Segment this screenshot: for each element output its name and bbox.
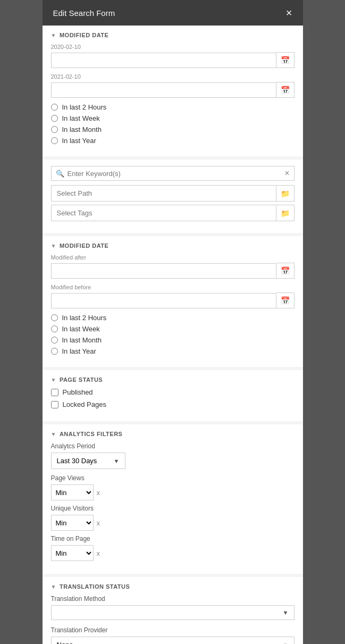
page-views-select[interactable]: Min xyxy=(51,484,94,500)
locked-pages-row: Locked Pages xyxy=(51,400,294,408)
radio-2hours-2: In last 2 Hours xyxy=(51,314,294,322)
locked-pages-checkbox[interactable] xyxy=(51,401,58,408)
modified-date-header-2[interactable]: ▼ MODIFIED DATE xyxy=(51,242,294,249)
date2-input[interactable] xyxy=(51,82,276,98)
modified-date-section-2: ▼ MODIFIED DATE Modified after 📅 Modifie… xyxy=(43,236,303,367)
period-label: Analytcs Period xyxy=(51,442,294,450)
translation-method-select[interactable]: ▼ xyxy=(51,605,294,620)
tags-folder-button[interactable]: 📁 xyxy=(276,206,294,221)
radio-week-label-2: In last Week xyxy=(62,325,100,333)
modal-title: Edit Search Form xyxy=(53,9,115,18)
close-button[interactable]: × xyxy=(286,7,292,18)
path-row: 📁 xyxy=(51,185,294,202)
published-checkbox[interactable] xyxy=(51,389,58,396)
unique-visitors-row: Min x xyxy=(51,515,294,531)
radio-week-2: In last Week xyxy=(51,325,294,333)
page-views-row: Min x xyxy=(51,484,294,500)
radio-2hours-input-2[interactable] xyxy=(51,314,58,321)
page-status-section: ▼ PAGE STATUS Published Locked Pages xyxy=(43,370,303,421)
modified-date-section-1: ▼ MODIFIED DATE 2020-02-10 📅 2021-02-10 … xyxy=(43,26,303,156)
radio-2hours-1: In last 2 Hours xyxy=(51,103,294,111)
chevron-icon-2: ▼ xyxy=(51,243,56,249)
radio-month-1: In last Month xyxy=(51,126,294,133)
chevron-icon-5: ▼ xyxy=(51,584,56,590)
radio-week-1: In last Week xyxy=(51,114,294,122)
translation-section: ▼ TRANSLATION STATUS Translation Method … xyxy=(43,577,303,644)
period-chevron-icon: ▼ xyxy=(114,458,120,464)
unique-visitors-select[interactable]: Min xyxy=(51,515,94,531)
radio-year-input-2[interactable] xyxy=(51,348,58,355)
radio-month-2: In last Month xyxy=(51,336,294,344)
published-row: Published xyxy=(51,388,294,396)
modified-after-input[interactable] xyxy=(51,263,276,279)
page-status-header[interactable]: ▼ PAGE STATUS xyxy=(51,377,294,383)
modified-date-header-1[interactable]: ▼ MODIFIED DATE xyxy=(51,32,294,38)
time-on-page-x: x xyxy=(97,549,100,557)
period-select[interactable]: Last 30 Days ▼ xyxy=(51,453,125,469)
page-views-x: x xyxy=(97,489,100,497)
keyword-row: 🔍 × xyxy=(51,166,294,181)
modified-before-calendar-button[interactable]: 📅 xyxy=(276,292,294,308)
unique-visitors-label: Unique Visitors xyxy=(51,505,294,512)
modified-after-row: 📅 xyxy=(51,263,294,279)
locked-pages-label: Locked Pages xyxy=(63,400,106,408)
date1-row: 📅 xyxy=(51,52,294,68)
time-on-page-row: Min x xyxy=(51,545,294,561)
modified-date-label-2: MODIFIED DATE xyxy=(60,242,108,249)
modified-before-row: 📅 xyxy=(51,292,294,308)
path-folder-button[interactable]: 📁 xyxy=(276,186,294,201)
modified-after-calendar-button[interactable]: 📅 xyxy=(276,263,294,279)
translation-method-label: Translation Method xyxy=(51,595,294,603)
keyword-section: 🔍 × 📁 📁 xyxy=(43,160,303,233)
translation-provider-chevron-icon: ▼ xyxy=(283,642,289,645)
modified-after-label: Modified after xyxy=(51,254,294,261)
radio-month-input-1[interactable] xyxy=(51,126,58,133)
modified-before-label: Modified before xyxy=(51,284,294,290)
chevron-icon-3: ▼ xyxy=(51,377,56,383)
tags-input[interactable] xyxy=(52,205,276,221)
analytics-section: ▼ ANALYTICS FILTERS Analytcs Period Last… xyxy=(43,424,303,574)
period-value: Last 30 Days xyxy=(57,457,97,465)
translation-provider-value: None xyxy=(57,641,73,644)
time-on-page-select[interactable]: Min xyxy=(51,545,94,561)
chevron-icon-1: ▼ xyxy=(51,32,56,38)
clear-keyword-button[interactable]: × xyxy=(284,169,289,178)
page-views-label: Page Views xyxy=(51,474,294,482)
date2-row: 📅 xyxy=(51,82,294,98)
radio-month-label-1: In last Month xyxy=(62,126,102,133)
translation-method-chevron-icon: ▼ xyxy=(283,609,289,616)
date1-calendar-button[interactable]: 📅 xyxy=(276,52,294,68)
date1-input[interactable] xyxy=(51,53,276,68)
search-icon: 🔍 xyxy=(56,170,64,178)
chevron-icon-4: ▼ xyxy=(51,431,56,437)
translation-label: TRANSLATION STATUS xyxy=(60,583,130,590)
radio-week-input-1[interactable] xyxy=(51,115,58,122)
radio-week-label-1: In last Week xyxy=(62,114,100,122)
published-label: Published xyxy=(63,388,93,396)
page-status-label: PAGE STATUS xyxy=(60,377,103,383)
modified-date-label-1: MODIFIED DATE xyxy=(60,32,108,38)
radio-year-label-2: In last Year xyxy=(62,347,96,355)
date2-calendar-button[interactable]: 📅 xyxy=(276,82,294,98)
path-input[interactable] xyxy=(52,186,276,201)
modal-body: ▼ MODIFIED DATE 2020-02-10 📅 2021-02-10 … xyxy=(43,26,303,644)
date2-label: 2021-02-10 xyxy=(51,73,294,80)
keyword-input[interactable] xyxy=(68,170,285,178)
date1-label: 2020-02-10 xyxy=(51,44,294,50)
unique-visitors-x: x xyxy=(97,519,100,527)
analytics-header[interactable]: ▼ ANALYTICS FILTERS xyxy=(51,431,294,437)
modified-before-input[interactable] xyxy=(51,293,276,308)
radio-2hours-input-1[interactable] xyxy=(51,104,58,111)
analytics-label: ANALYTICS FILTERS xyxy=(60,431,123,437)
radio-2hours-label-2: In last 2 Hours xyxy=(62,314,107,322)
radio-year-input-1[interactable] xyxy=(51,137,58,144)
radio-week-input-2[interactable] xyxy=(51,325,58,332)
time-on-page-label: Time on Page xyxy=(51,535,294,542)
radio-month-label-2: In last Month xyxy=(62,336,102,344)
radio-month-input-2[interactable] xyxy=(51,337,58,344)
tags-row: 📁 xyxy=(51,205,294,221)
translation-header[interactable]: ▼ TRANSLATION STATUS xyxy=(51,583,294,590)
radio-year-label-1: In last Year xyxy=(62,137,96,145)
radio-year-1: In last Year xyxy=(51,137,294,145)
translation-provider-select[interactable]: None ▼ xyxy=(51,637,294,644)
